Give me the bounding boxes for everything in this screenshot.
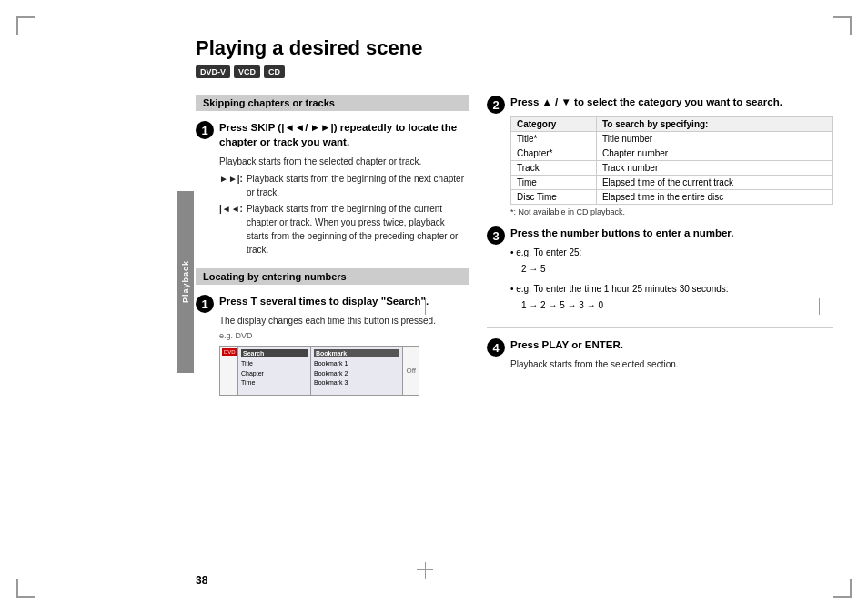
bullet-back-text: Playback starts from the beginning of th…	[247, 202, 469, 257]
badge-vcd: VCD	[234, 65, 260, 78]
display-mockup-wrapper: e.g. DVD DVD Search Title Chapter	[219, 331, 469, 396]
display-chapter: Chapter	[241, 369, 308, 379]
row4-val: Elapsed time of the current track	[596, 176, 832, 190]
table-row: Chapter* Chapter number	[511, 146, 833, 161]
step4-body: Playback starts from the selected sectio…	[510, 357, 833, 371]
step1-locate-body: The display changes each time this butto…	[219, 314, 469, 327]
page-number: 38	[196, 574, 207, 587]
table-header-category: Category	[511, 117, 597, 132]
row2-val: Chapter number	[596, 146, 832, 161]
step1-locate: 1 Press T several times to display "Sear…	[196, 294, 469, 396]
display-search-items: Title Chapter Time	[241, 359, 308, 388]
corner-mark-tl	[16, 16, 35, 35]
bullet-forward: ►►|: Playback starts from the beginning …	[219, 172, 469, 199]
bookmark3: Bookmark 3	[314, 378, 399, 388]
left-column: Skipping chapters or tracks 1 Press SKIP…	[196, 95, 469, 405]
sidebar-label: Playback	[181, 260, 190, 303]
eg1-value: 2 → 5	[521, 262, 833, 277]
table-note: *: Not available in CD playback.	[510, 207, 833, 216]
section1-header: Skipping chapters or tracks	[196, 95, 469, 111]
step1-skip: 1 Press SKIP (|◄◄/ ►►|) repeatedly to lo…	[196, 120, 469, 259]
row1-cat: Title*	[511, 132, 597, 146]
page-title: Playing a desired scene	[196, 36, 833, 60]
display-mockup: DVD Search Title Chapter Time	[219, 346, 419, 396]
table-row: Disc Time Elapsed time in the entire dis…	[511, 190, 833, 205]
display-title: Title	[241, 359, 308, 369]
row3-val: Track number	[596, 161, 832, 176]
table-row: Time Elapsed time of the current track	[511, 176, 833, 190]
bullet-forward-text: Playback starts from the beginning of th…	[247, 172, 469, 199]
crosshair-v-bottom	[425, 562, 426, 579]
row1-val: Title number	[596, 132, 832, 146]
row5-cat: Disc Time	[511, 190, 597, 205]
step1-locate-content: Press T several times to display "Search…	[219, 294, 469, 396]
row5-val: Elapsed time in the entire disc	[596, 190, 832, 205]
table-row: Title* Title number	[511, 132, 833, 146]
display-search-panel: Search Title Chapter Time	[238, 347, 311, 395]
step1-locate-title: Press T several times to display "Search…	[219, 294, 469, 308]
display-time: Time	[241, 378, 308, 388]
step3-number: 3	[487, 226, 505, 245]
display-bookmark-items: Bookmark 1 Bookmark 2 Bookmark 3	[314, 359, 399, 388]
step2-category: 2 Press ▲ / ▼ to select the category you…	[487, 95, 833, 216]
table-row: Track Track number	[511, 161, 833, 176]
step1-skip-title: Press SKIP (|◄◄/ ►►|) repeatedly to loca…	[219, 120, 469, 149]
step4-content: Press PLAY or ENTER. Playback starts fro…	[510, 337, 833, 375]
corner-mark-bl	[16, 579, 35, 598]
sidebar-playback: Playback	[177, 191, 194, 373]
eg1-label: • e.g. To enter 25:	[510, 246, 833, 260]
step4-title: Press PLAY or ENTER.	[510, 337, 833, 352]
corner-mark-br	[833, 579, 852, 598]
step2-content: Press ▲ / ▼ to select the category you w…	[510, 95, 833, 216]
display-indicator: DVD	[220, 347, 238, 395]
row4-cat: Time	[511, 176, 597, 190]
step3-content: Press the number buttons to enter a numb…	[510, 226, 833, 313]
step4-play: 4 Press PLAY or ENTER. Playback starts f…	[487, 327, 833, 375]
step3-title: Press the number buttons to enter a numb…	[510, 226, 833, 240]
bookmark2: Bookmark 2	[314, 369, 399, 379]
bullet-back-label: |◄◄:	[219, 202, 243, 216]
row3-cat: Track	[511, 161, 597, 176]
eg2-label: • e.g. To enter the time 1 hour 25 minut…	[510, 282, 833, 297]
bullet-back: |◄◄: Playback starts from the beginning …	[219, 202, 469, 257]
bookmark1: Bookmark 1	[314, 359, 399, 369]
row2-cat: Chapter*	[511, 146, 597, 161]
category-table: Category To search by specifying: Title*…	[510, 116, 833, 205]
display-off: Off	[403, 347, 419, 395]
main-content: Playing a desired scene DVD-V VCD CD Ski…	[196, 36, 833, 405]
badge-cd: CD	[264, 65, 285, 78]
step3-body: • e.g. To enter 25: 2 → 5 • e.g. To ente…	[510, 246, 833, 313]
two-column-layout: Skipping chapters or tracks 1 Press SKIP…	[196, 95, 833, 405]
bullet-forward-label: ►►|:	[219, 172, 243, 186]
table-header-search: To search by specifying:	[596, 117, 832, 132]
step1-skip-content: Press SKIP (|◄◄/ ►►|) repeatedly to loca…	[219, 120, 469, 259]
format-badges: DVD-V VCD CD	[196, 65, 833, 78]
section2-header: Locating by entering numbers	[196, 268, 469, 285]
step1-number: 1	[196, 121, 214, 139]
eg-label: e.g. DVD DVD Search Title Chapter	[219, 331, 419, 396]
display-bookmark-panel: Bookmark Bookmark 1 Bookmark 2 Bookmark …	[311, 347, 403, 395]
step3-numbers: 3 Press the number buttons to enter a nu…	[487, 226, 833, 313]
eg2-value: 1 → 2 → 5 → 3 → 0	[521, 298, 833, 313]
corner-mark-tr	[833, 16, 852, 35]
step2-number: 2	[487, 96, 505, 114]
step1-locate-number: 1	[196, 295, 214, 313]
step2-title: Press ▲ / ▼ to select the category you w…	[510, 95, 833, 109]
right-column: 2 Press ▲ / ▼ to select the category you…	[487, 95, 833, 405]
step1-skip-body: Playback starts from the selected chapte…	[219, 155, 469, 257]
dvd-icon: DVD	[222, 348, 237, 356]
step4-number: 4	[487, 338, 505, 357]
badge-dvdv: DVD-V	[196, 65, 230, 78]
